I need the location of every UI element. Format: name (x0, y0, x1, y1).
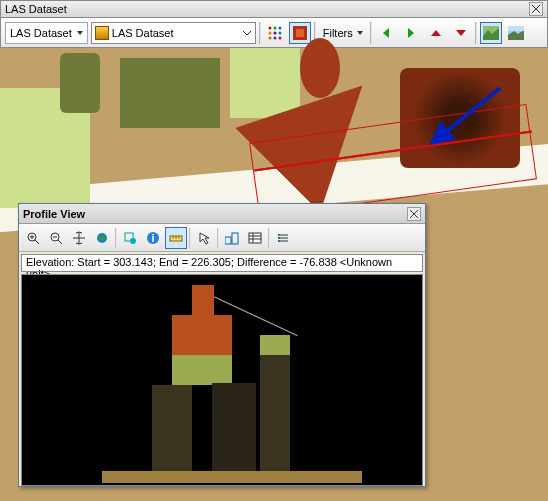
point-cloud (102, 471, 362, 483)
svg-point-7 (278, 31, 281, 34)
svg-rect-37 (249, 233, 261, 243)
svg-line-20 (35, 240, 39, 244)
nav-back-button[interactable] (375, 22, 397, 44)
point-cloud (212, 383, 256, 475)
svg-point-5 (268, 31, 271, 34)
svg-point-3 (273, 26, 276, 29)
point-cloud (172, 355, 232, 385)
pick-tool-button[interactable] (193, 227, 215, 249)
svg-point-4 (278, 26, 281, 29)
svg-point-9 (273, 36, 276, 39)
filters-label: Filters (323, 27, 353, 39)
las-dataset-menu[interactable]: LAS Dataset (5, 22, 88, 44)
main-toolbar: LAS Dataset LAS Dataset Filters (0, 18, 548, 48)
svg-point-6 (273, 31, 276, 34)
svg-point-10 (278, 36, 281, 39)
vegetation-patch (60, 53, 100, 113)
nav-down-button[interactable] (450, 22, 472, 44)
point-cloud (260, 335, 290, 475)
3d-view-button[interactable] (505, 22, 527, 44)
point-cloud (152, 385, 192, 475)
las-dataset-menu-label: LAS Dataset (10, 27, 72, 39)
vegetation-patch (230, 48, 300, 118)
layer-selected-label: LAS Dataset (112, 27, 239, 39)
svg-point-8 (268, 36, 271, 39)
measure-button[interactable] (165, 227, 187, 249)
profile-status-bar: Elevation: Start = 303.143; End = 226.30… (21, 254, 423, 272)
svg-point-44 (278, 234, 280, 236)
building-patch (300, 38, 340, 98)
point-cloud (192, 285, 214, 315)
profile-canvas[interactable] (21, 274, 423, 486)
close-icon[interactable] (529, 2, 543, 16)
svg-line-24 (58, 240, 62, 244)
svg-rect-35 (225, 237, 231, 244)
nav-up-button[interactable] (425, 22, 447, 44)
profile-titlebar[interactable]: Profile View (19, 204, 425, 224)
svg-point-46 (278, 240, 280, 242)
identify-button[interactable]: i (142, 227, 164, 249)
separator (268, 228, 270, 248)
point-symbology-button[interactable] (264, 22, 286, 44)
svg-text:i: i (151, 232, 154, 244)
profile-view-button[interactable] (480, 22, 502, 44)
nav-forward-button[interactable] (400, 22, 422, 44)
point-cloud (172, 315, 232, 355)
profile-close-icon[interactable] (407, 207, 421, 221)
separator (115, 228, 117, 248)
svg-point-45 (278, 237, 280, 239)
point-cloud (260, 335, 290, 355)
options-button[interactable] (272, 227, 294, 249)
svg-point-28 (130, 238, 136, 244)
profile-view-window: Profile View i Elevation: Start = 303.14… (18, 203, 426, 487)
layer-icon (95, 26, 109, 40)
pan-button[interactable] (68, 227, 90, 249)
separator (259, 22, 261, 44)
separator (475, 22, 477, 44)
layer-selector[interactable]: LAS Dataset (91, 22, 256, 44)
surface-symbology-button[interactable] (289, 22, 311, 44)
edit-classification-button[interactable] (221, 227, 243, 249)
zoom-out-button[interactable] (45, 227, 67, 249)
vegetation-patch (120, 58, 220, 128)
profile-toolbar: i (19, 224, 425, 252)
separator (189, 228, 191, 248)
separator (370, 22, 372, 44)
main-toolbar-header: LAS Dataset (0, 0, 548, 18)
svg-rect-12 (296, 29, 304, 37)
chevron-down-icon (242, 28, 252, 38)
svg-point-2 (268, 26, 271, 29)
separator (217, 228, 219, 248)
full-extent-button[interactable] (91, 227, 113, 249)
zoom-in-button[interactable] (22, 227, 44, 249)
svg-rect-36 (232, 233, 238, 244)
attribute-table-button[interactable] (244, 227, 266, 249)
main-toolbar-title: LAS Dataset (5, 3, 529, 15)
select-button[interactable] (119, 227, 141, 249)
profile-title-label: Profile View (23, 208, 407, 220)
svg-rect-15 (508, 26, 524, 31)
